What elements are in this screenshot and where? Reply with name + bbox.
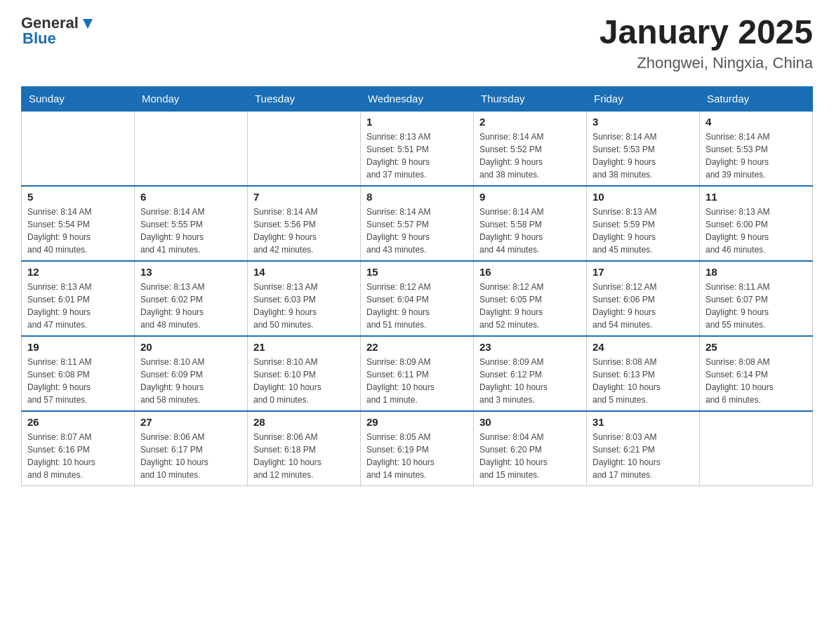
day-number: 20 — [140, 341, 241, 353]
day-number: 26 — [27, 416, 128, 428]
day-info: Sunrise: 8:06 AM Sunset: 6:17 PM Dayligh… — [140, 431, 241, 481]
day-number: 23 — [479, 341, 581, 353]
table-row: 18Sunrise: 8:11 AM Sunset: 6:07 PM Dayli… — [700, 261, 813, 336]
day-info: Sunrise: 8:09 AM Sunset: 6:12 PM Dayligh… — [479, 356, 581, 406]
day-number: 2 — [479, 116, 581, 128]
day-number: 8 — [366, 191, 468, 203]
calendar-title: January 2025 — [600, 14, 813, 51]
table-row: 12Sunrise: 8:13 AM Sunset: 6:01 PM Dayli… — [22, 261, 135, 336]
day-info: Sunrise: 8:06 AM Sunset: 6:18 PM Dayligh… — [253, 431, 355, 481]
day-number: 1 — [366, 116, 468, 128]
day-number: 30 — [479, 416, 581, 428]
day-number: 17 — [593, 266, 694, 278]
table-row: 11Sunrise: 8:13 AM Sunset: 6:00 PM Dayli… — [700, 186, 813, 261]
table-row: 5Sunrise: 8:14 AM Sunset: 5:54 PM Daylig… — [22, 186, 135, 261]
svg-marker-0 — [83, 19, 93, 29]
table-row: 19Sunrise: 8:11 AM Sunset: 6:08 PM Dayli… — [22, 336, 135, 411]
day-number: 12 — [27, 266, 128, 278]
day-info: Sunrise: 8:14 AM Sunset: 5:56 PM Dayligh… — [253, 206, 355, 256]
day-number: 24 — [593, 341, 694, 353]
table-row — [135, 111, 248, 186]
day-info: Sunrise: 8:05 AM Sunset: 6:19 PM Dayligh… — [366, 431, 468, 481]
day-number: 7 — [253, 191, 355, 203]
day-info: Sunrise: 8:10 AM Sunset: 6:09 PM Dayligh… — [140, 356, 241, 406]
day-info: Sunrise: 8:10 AM Sunset: 6:10 PM Dayligh… — [253, 356, 355, 406]
day-number: 4 — [706, 116, 807, 128]
day-number: 22 — [366, 341, 468, 353]
table-row: 21Sunrise: 8:10 AM Sunset: 6:10 PM Dayli… — [248, 336, 361, 411]
day-info: Sunrise: 8:12 AM Sunset: 6:06 PM Dayligh… — [593, 281, 694, 331]
table-row: 23Sunrise: 8:09 AM Sunset: 6:12 PM Dayli… — [474, 336, 587, 411]
header-sunday: Sunday — [22, 86, 135, 111]
day-number: 13 — [140, 266, 241, 278]
table-row: 2Sunrise: 8:14 AM Sunset: 5:52 PM Daylig… — [474, 111, 587, 186]
day-info: Sunrise: 8:03 AM Sunset: 6:21 PM Dayligh… — [593, 431, 694, 481]
table-row: 25Sunrise: 8:08 AM Sunset: 6:14 PM Dayli… — [700, 336, 813, 411]
logo-blue-text: Blue — [22, 29, 56, 47]
day-info: Sunrise: 8:11 AM Sunset: 6:07 PM Dayligh… — [706, 281, 807, 331]
table-row: 16Sunrise: 8:12 AM Sunset: 6:05 PM Dayli… — [474, 261, 587, 336]
day-info: Sunrise: 8:12 AM Sunset: 6:05 PM Dayligh… — [479, 281, 581, 331]
day-info: Sunrise: 8:12 AM Sunset: 6:04 PM Dayligh… — [366, 281, 468, 331]
day-info: Sunrise: 8:14 AM Sunset: 5:58 PM Dayligh… — [479, 206, 581, 256]
day-number: 28 — [253, 416, 355, 428]
header-tuesday: Tuesday — [248, 86, 361, 111]
day-number: 31 — [593, 416, 694, 428]
table-row: 27Sunrise: 8:06 AM Sunset: 6:17 PM Dayli… — [135, 411, 248, 486]
day-info: Sunrise: 8:09 AM Sunset: 6:11 PM Dayligh… — [366, 356, 468, 406]
table-row — [248, 111, 361, 186]
calendar-week-row: 19Sunrise: 8:11 AM Sunset: 6:08 PM Dayli… — [22, 336, 813, 411]
calendar-subtitle: Zhongwei, Ningxia, China — [600, 54, 813, 72]
table-row: 7Sunrise: 8:14 AM Sunset: 5:56 PM Daylig… — [248, 186, 361, 261]
table-row: 13Sunrise: 8:13 AM Sunset: 6:02 PM Dayli… — [135, 261, 248, 336]
table-row: 26Sunrise: 8:07 AM Sunset: 6:16 PM Dayli… — [22, 411, 135, 486]
page-header: General Blue January 2025 Zhongwei, Ning… — [21, 14, 813, 72]
table-row: 30Sunrise: 8:04 AM Sunset: 6:20 PM Dayli… — [474, 411, 587, 486]
header-friday: Friday — [587, 86, 700, 111]
day-info: Sunrise: 8:13 AM Sunset: 6:01 PM Dayligh… — [27, 281, 128, 331]
table-row: 17Sunrise: 8:12 AM Sunset: 6:06 PM Dayli… — [587, 261, 700, 336]
day-info: Sunrise: 8:14 AM Sunset: 5:54 PM Dayligh… — [27, 206, 128, 256]
day-info: Sunrise: 8:14 AM Sunset: 5:53 PM Dayligh… — [593, 130, 694, 181]
day-number: 11 — [706, 191, 807, 203]
calendar-week-row: 26Sunrise: 8:07 AM Sunset: 6:16 PM Dayli… — [22, 411, 813, 486]
day-number: 18 — [706, 266, 807, 278]
table-row: 4Sunrise: 8:14 AM Sunset: 5:53 PM Daylig… — [700, 111, 813, 186]
table-row: 6Sunrise: 8:14 AM Sunset: 5:55 PM Daylig… — [135, 186, 248, 261]
table-row: 28Sunrise: 8:06 AM Sunset: 6:18 PM Dayli… — [248, 411, 361, 486]
table-row: 14Sunrise: 8:13 AM Sunset: 6:03 PM Dayli… — [248, 261, 361, 336]
day-number: 29 — [366, 416, 468, 428]
table-row: 1Sunrise: 8:13 AM Sunset: 5:51 PM Daylig… — [361, 111, 474, 186]
day-info: Sunrise: 8:14 AM Sunset: 5:52 PM Dayligh… — [479, 130, 581, 181]
title-block: January 2025 Zhongwei, Ningxia, China — [600, 14, 813, 72]
table-row: 24Sunrise: 8:08 AM Sunset: 6:13 PM Dayli… — [587, 336, 700, 411]
day-info: Sunrise: 8:14 AM Sunset: 5:53 PM Dayligh… — [706, 130, 807, 181]
day-info: Sunrise: 8:13 AM Sunset: 6:00 PM Dayligh… — [706, 206, 807, 256]
day-info: Sunrise: 8:13 AM Sunset: 6:03 PM Dayligh… — [253, 281, 355, 331]
table-row: 15Sunrise: 8:12 AM Sunset: 6:04 PM Dayli… — [361, 261, 474, 336]
header-saturday: Saturday — [700, 86, 813, 111]
day-info: Sunrise: 8:04 AM Sunset: 6:20 PM Dayligh… — [479, 431, 581, 481]
logo: General Blue — [21, 14, 95, 48]
day-info: Sunrise: 8:11 AM Sunset: 6:08 PM Dayligh… — [27, 356, 128, 406]
day-info: Sunrise: 8:13 AM Sunset: 5:51 PM Dayligh… — [366, 130, 468, 181]
day-info: Sunrise: 8:14 AM Sunset: 5:57 PM Dayligh… — [366, 206, 468, 256]
day-number: 14 — [253, 266, 355, 278]
table-row: 10Sunrise: 8:13 AM Sunset: 5:59 PM Dayli… — [587, 186, 700, 261]
weekday-header-row: Sunday Monday Tuesday Wednesday Thursday… — [22, 86, 813, 111]
table-row: 29Sunrise: 8:05 AM Sunset: 6:19 PM Dayli… — [361, 411, 474, 486]
day-number: 25 — [706, 341, 807, 353]
table-row: 20Sunrise: 8:10 AM Sunset: 6:09 PM Dayli… — [135, 336, 248, 411]
header-wednesday: Wednesday — [361, 86, 474, 111]
day-number: 27 — [140, 416, 241, 428]
calendar-week-row: 1Sunrise: 8:13 AM Sunset: 5:51 PM Daylig… — [22, 111, 813, 186]
day-number: 6 — [140, 191, 241, 203]
day-info: Sunrise: 8:13 AM Sunset: 5:59 PM Dayligh… — [593, 206, 694, 256]
day-number: 3 — [593, 116, 694, 128]
table-row: 8Sunrise: 8:14 AM Sunset: 5:57 PM Daylig… — [361, 186, 474, 261]
table-row: 31Sunrise: 8:03 AM Sunset: 6:21 PM Dayli… — [587, 411, 700, 486]
day-number: 16 — [479, 266, 581, 278]
day-info: Sunrise: 8:13 AM Sunset: 6:02 PM Dayligh… — [140, 281, 241, 331]
table-row: 3Sunrise: 8:14 AM Sunset: 5:53 PM Daylig… — [587, 111, 700, 186]
header-monday: Monday — [135, 86, 248, 111]
